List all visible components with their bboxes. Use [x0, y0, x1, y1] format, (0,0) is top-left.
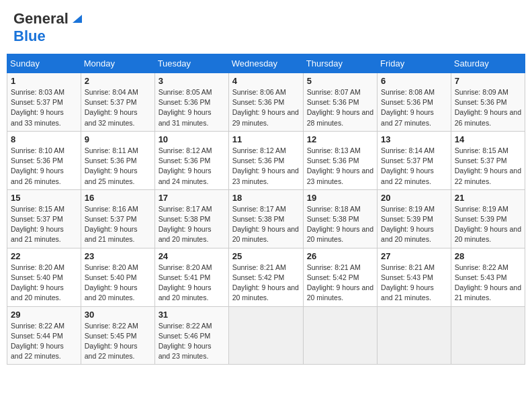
day-info: Sunrise: 8:06 AM Sunset: 5:36 PM Dayligh… — [232, 87, 300, 128]
day-info: Sunrise: 8:12 AM Sunset: 5:36 PM Dayligh… — [232, 146, 300, 187]
calendar-cell: 16 Sunrise: 8:16 AM Sunset: 5:37 PM Dayl… — [81, 189, 154, 248]
day-number: 22 — [11, 251, 77, 261]
calendar-cell: 19 Sunrise: 8:18 AM Sunset: 5:38 PM Dayl… — [303, 189, 377, 248]
calendar-cell — [303, 306, 377, 365]
day-info: Sunrise: 8:18 AM Sunset: 5:38 PM Dayligh… — [307, 204, 373, 245]
day-info: Sunrise: 8:10 AM Sunset: 5:36 PM Dayligh… — [11, 146, 77, 187]
day-number: 31 — [159, 310, 225, 320]
day-number: 8 — [11, 134, 77, 144]
calendar-cell: 10 Sunrise: 8:12 AM Sunset: 5:36 PM Dayl… — [154, 131, 228, 189]
calendar-cell: 29 Sunrise: 8:22 AM Sunset: 5:44 PM Dayl… — [7, 306, 81, 365]
logo: General Blue — [13, 10, 83, 45]
calendar-cell: 22 Sunrise: 8:20 AM Sunset: 5:40 PM Dayl… — [7, 248, 81, 306]
calendar-cell: 2 Sunrise: 8:04 AM Sunset: 5:37 PM Dayli… — [81, 73, 154, 132]
calendar-cell: 31 Sunrise: 8:22 AM Sunset: 5:46 PM Dayl… — [154, 306, 228, 365]
day-number: 18 — [232, 193, 300, 203]
calendar-cell: 23 Sunrise: 8:20 AM Sunset: 5:40 PM Dayl… — [81, 248, 154, 306]
day-info: Sunrise: 8:04 AM Sunset: 5:37 PM Dayligh… — [85, 87, 151, 128]
day-header-wednesday: Wednesday — [228, 54, 303, 73]
calendar-cell: 14 Sunrise: 8:15 AM Sunset: 5:37 PM Dayl… — [451, 131, 525, 189]
day-info: Sunrise: 8:03 AM Sunset: 5:37 PM Dayligh… — [11, 87, 77, 128]
calendar-cell: 3 Sunrise: 8:05 AM Sunset: 5:36 PM Dayli… — [154, 73, 228, 132]
day-number: 1 — [11, 76, 77, 86]
day-info: Sunrise: 8:17 AM Sunset: 5:38 PM Dayligh… — [159, 204, 225, 245]
day-number: 11 — [232, 134, 300, 144]
day-number: 4 — [232, 76, 300, 86]
calendar-cell — [378, 306, 451, 365]
day-number: 9 — [85, 134, 151, 144]
day-header-saturday: Saturday — [451, 54, 525, 73]
day-number: 20 — [381, 193, 447, 203]
calendar-cell: 26 Sunrise: 8:21 AM Sunset: 5:42 PM Dayl… — [303, 248, 377, 306]
calendar-body: 1 Sunrise: 8:03 AM Sunset: 5:37 PM Dayli… — [7, 73, 525, 365]
calendar-cell: 28 Sunrise: 8:22 AM Sunset: 5:43 PM Dayl… — [451, 248, 525, 306]
day-info: Sunrise: 8:20 AM Sunset: 5:40 PM Dayligh… — [11, 263, 77, 304]
day-info: Sunrise: 8:20 AM Sunset: 5:40 PM Dayligh… — [85, 263, 151, 304]
calendar-cell: 6 Sunrise: 8:08 AM Sunset: 5:36 PM Dayli… — [378, 73, 451, 132]
day-info: Sunrise: 8:13 AM Sunset: 5:36 PM Dayligh… — [307, 146, 373, 187]
calendar-week-row: 29 Sunrise: 8:22 AM Sunset: 5:44 PM Dayl… — [7, 306, 525, 365]
day-header-friday: Friday — [378, 54, 451, 73]
day-header-thursday: Thursday — [303, 54, 377, 73]
day-number: 23 — [85, 251, 151, 261]
day-number: 5 — [307, 76, 373, 86]
day-info: Sunrise: 8:08 AM Sunset: 5:36 PM Dayligh… — [381, 87, 447, 128]
calendar-cell: 30 Sunrise: 8:22 AM Sunset: 5:45 PM Dayl… — [81, 306, 154, 365]
calendar-week-row: 15 Sunrise: 8:15 AM Sunset: 5:37 PM Dayl… — [7, 189, 525, 248]
day-number: 15 — [11, 193, 77, 203]
day-number: 17 — [159, 193, 225, 203]
day-number: 6 — [381, 76, 447, 86]
day-info: Sunrise: 8:09 AM Sunset: 5:36 PM Dayligh… — [455, 87, 521, 128]
day-number: 19 — [307, 193, 373, 203]
day-info: Sunrise: 8:21 AM Sunset: 5:42 PM Dayligh… — [232, 263, 300, 304]
calendar-cell: 12 Sunrise: 8:13 AM Sunset: 5:36 PM Dayl… — [303, 131, 377, 189]
calendar-header: SundayMondayTuesdayWednesdayThursdayFrid… — [7, 54, 525, 73]
calendar-cell: 15 Sunrise: 8:15 AM Sunset: 5:37 PM Dayl… — [7, 189, 81, 248]
day-number: 29 — [11, 310, 77, 320]
day-number: 21 — [455, 193, 521, 203]
day-info: Sunrise: 8:05 AM Sunset: 5:36 PM Dayligh… — [159, 87, 225, 128]
day-info: Sunrise: 8:22 AM Sunset: 5:45 PM Dayligh… — [85, 321, 151, 362]
calendar-cell: 5 Sunrise: 8:07 AM Sunset: 5:36 PM Dayli… — [303, 73, 377, 132]
calendar-cell: 25 Sunrise: 8:21 AM Sunset: 5:42 PM Dayl… — [228, 248, 303, 306]
day-header-tuesday: Tuesday — [154, 54, 228, 73]
day-number: 16 — [85, 193, 151, 203]
day-info: Sunrise: 8:22 AM Sunset: 5:44 PM Dayligh… — [11, 321, 77, 362]
calendar-cell: 21 Sunrise: 8:19 AM Sunset: 5:39 PM Dayl… — [451, 189, 525, 248]
calendar-cell: 18 Sunrise: 8:17 AM Sunset: 5:38 PM Dayl… — [228, 189, 303, 248]
page-header: General Blue — [7, 7, 525, 48]
calendar-cell: 27 Sunrise: 8:21 AM Sunset: 5:43 PM Dayl… — [378, 248, 451, 306]
calendar-cell: 24 Sunrise: 8:20 AM Sunset: 5:41 PM Dayl… — [154, 248, 228, 306]
calendar-cell: 8 Sunrise: 8:10 AM Sunset: 5:36 PM Dayli… — [7, 131, 81, 189]
day-info: Sunrise: 8:19 AM Sunset: 5:39 PM Dayligh… — [381, 204, 447, 245]
day-number: 24 — [159, 251, 225, 261]
day-number: 10 — [159, 134, 225, 144]
calendar-cell: 4 Sunrise: 8:06 AM Sunset: 5:36 PM Dayli… — [228, 73, 303, 132]
logo-icon — [71, 12, 83, 24]
calendar-cell: 20 Sunrise: 8:19 AM Sunset: 5:39 PM Dayl… — [378, 189, 451, 248]
calendar-week-row: 8 Sunrise: 8:10 AM Sunset: 5:36 PM Dayli… — [7, 131, 525, 189]
day-number: 13 — [381, 134, 447, 144]
calendar-cell: 1 Sunrise: 8:03 AM Sunset: 5:37 PM Dayli… — [7, 73, 81, 132]
day-info: Sunrise: 8:14 AM Sunset: 5:37 PM Dayligh… — [381, 146, 447, 187]
day-info: Sunrise: 8:15 AM Sunset: 5:37 PM Dayligh… — [11, 204, 77, 245]
day-info: Sunrise: 8:07 AM Sunset: 5:36 PM Dayligh… — [307, 87, 373, 128]
calendar-table: SundayMondayTuesdayWednesdayThursdayFrid… — [7, 54, 525, 365]
day-number: 30 — [85, 310, 151, 320]
day-info: Sunrise: 8:22 AM Sunset: 5:46 PM Dayligh… — [159, 321, 225, 362]
day-number: 25 — [232, 251, 300, 261]
day-info: Sunrise: 8:16 AM Sunset: 5:37 PM Dayligh… — [85, 204, 151, 245]
calendar-cell — [451, 306, 525, 365]
svg-marker-0 — [73, 15, 82, 23]
day-number: 14 — [455, 134, 521, 144]
day-info: Sunrise: 8:12 AM Sunset: 5:36 PM Dayligh… — [159, 146, 225, 187]
day-number: 2 — [85, 76, 151, 86]
day-info: Sunrise: 8:22 AM Sunset: 5:43 PM Dayligh… — [455, 263, 521, 304]
calendar-cell: 17 Sunrise: 8:17 AM Sunset: 5:38 PM Dayl… — [154, 189, 228, 248]
day-info: Sunrise: 8:11 AM Sunset: 5:36 PM Dayligh… — [85, 146, 151, 187]
day-info: Sunrise: 8:20 AM Sunset: 5:41 PM Dayligh… — [159, 263, 225, 304]
logo-general: General — [13, 10, 69, 28]
day-number: 12 — [307, 134, 373, 144]
day-number: 28 — [455, 251, 521, 261]
day-number: 7 — [455, 76, 521, 86]
